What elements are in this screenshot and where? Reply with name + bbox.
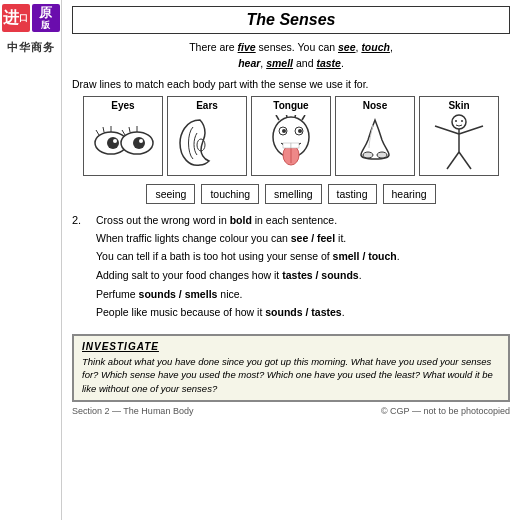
- section-2: 2. Cross out the wrong word in bold in e…: [72, 214, 510, 324]
- sentence-4: Perfume sounds / smells nice.: [96, 287, 510, 302]
- svg-point-1: [107, 137, 119, 149]
- tongue-image: [256, 114, 326, 172]
- svg-line-23: [286, 115, 287, 117]
- sentence-2: You can tell if a bath is too hot using …: [96, 249, 510, 264]
- tongue-label: Tongue: [273, 100, 308, 111]
- svg-point-28: [452, 115, 466, 129]
- ears-label: Ears: [196, 100, 218, 111]
- body-part-ears: Ears: [167, 96, 247, 176]
- sense-words-row: seeing touching smelling tasting hearing: [72, 184, 510, 204]
- subtitle-pre: There are five senses. You can see, touc…: [189, 41, 393, 53]
- svg-point-27: [377, 152, 387, 158]
- skin-label: Skin: [448, 100, 469, 111]
- svg-line-22: [276, 115, 279, 120]
- page-title: The Senses: [81, 11, 501, 29]
- nose-label: Nose: [363, 100, 387, 111]
- svg-point-2: [113, 139, 117, 143]
- ears-image: [172, 114, 242, 172]
- svg-point-35: [461, 120, 463, 122]
- subtitle-line2: hear, smell and taste.: [238, 57, 344, 69]
- sidebar: 进口 原版 中华商务: [0, 0, 62, 520]
- section-number: 2.: [72, 214, 90, 324]
- svg-line-7: [103, 127, 104, 132]
- draw-instruction: Draw lines to match each body part with …: [72, 78, 510, 90]
- svg-point-15: [282, 129, 286, 133]
- jin-badge: 进口: [2, 4, 30, 32]
- svg-point-4: [133, 137, 145, 149]
- svg-point-5: [139, 139, 143, 143]
- investigate-text: Think about what you have done since you…: [82, 355, 500, 395]
- subtitle: There are five senses. You can see, touc…: [72, 40, 510, 72]
- nose-image: [340, 114, 410, 172]
- sense-word-touching: touching: [201, 184, 259, 204]
- sense-word-hearing: hearing: [383, 184, 436, 204]
- body-parts-row: Eyes: [72, 96, 510, 176]
- footer-right: © CGP — not to be photocopied: [381, 406, 510, 416]
- body-part-tongue: Tongue: [251, 96, 331, 176]
- svg-line-25: [302, 115, 305, 120]
- body-part-eyes: Eyes: [83, 96, 163, 176]
- company-name: 中华商务: [7, 40, 55, 55]
- sentence-1: When traffic lights change colour you ca…: [96, 231, 510, 246]
- yuan-badge: 原版: [32, 4, 60, 32]
- sentence-3: Adding salt to your food changes how it …: [96, 268, 510, 283]
- investigate-box: INVESTIGATE Think about what you have do…: [72, 334, 510, 402]
- sense-word-seeing: seeing: [146, 184, 195, 204]
- title-box: The Senses: [72, 6, 510, 34]
- svg-line-9: [122, 130, 125, 135]
- badge-row: 进口 原版: [2, 4, 60, 32]
- body-part-skin: Skin: [419, 96, 499, 176]
- svg-point-17: [298, 129, 302, 133]
- sense-word-tasting: tasting: [328, 184, 377, 204]
- footer: Section 2 — The Human Body © CGP — not t…: [72, 406, 510, 416]
- svg-line-32: [447, 152, 459, 169]
- svg-rect-20: [283, 143, 291, 148]
- skin-image: [424, 114, 494, 172]
- svg-line-33: [459, 152, 471, 169]
- sentence-5: People like music because of how it soun…: [96, 305, 510, 320]
- body-part-nose: Nose: [335, 96, 415, 176]
- svg-point-26: [363, 152, 373, 158]
- investigate-title: INVESTIGATE: [82, 341, 500, 352]
- svg-point-34: [455, 120, 457, 122]
- main-content: The Senses There are five senses. You ca…: [62, 0, 520, 520]
- eyes-label: Eyes: [111, 100, 134, 111]
- svg-rect-21: [291, 143, 299, 148]
- eyes-image: [88, 114, 158, 172]
- sense-word-smelling: smelling: [265, 184, 322, 204]
- section-heading: Cross out the wrong word in bold in each…: [96, 214, 510, 226]
- svg-line-24: [295, 115, 296, 117]
- footer-left: Section 2 — The Human Body: [72, 406, 193, 416]
- svg-line-10: [129, 127, 130, 132]
- section-content: Cross out the wrong word in bold in each…: [96, 214, 510, 324]
- svg-line-6: [96, 130, 99, 135]
